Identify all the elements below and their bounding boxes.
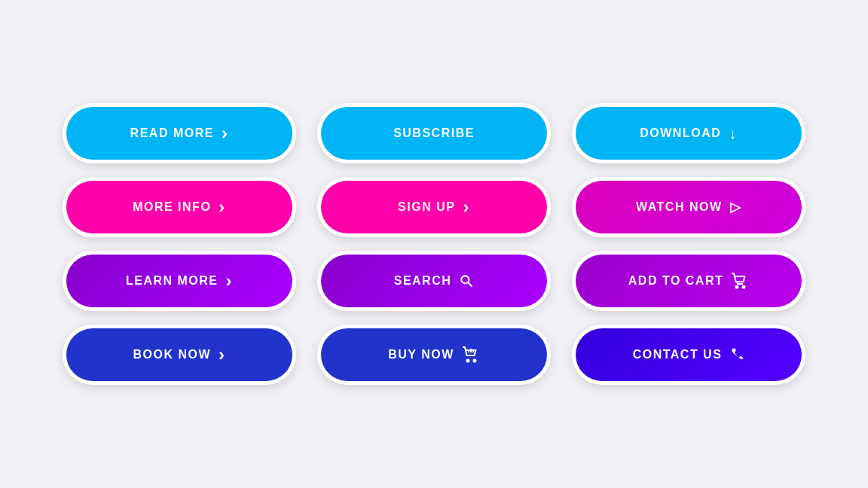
buy-now-button[interactable]: BUY NOW [321,328,547,381]
book-now-wrapper: BOOK NOW [63,325,296,385]
contact-us-wrapper: CONTACT US [572,325,805,385]
watch-now-wrapper: WATCH NOW [572,177,805,237]
search-icon [459,273,474,288]
buy-now-wrapper: BUY NOW [317,325,551,385]
arrow-right-icon-3 [463,197,470,218]
sign-up-button[interactable]: SIGN UP [321,181,547,233]
subscribe-wrapper: SUBSCRIBE [317,103,551,163]
add-to-cart-label: ADD TO CART [628,274,723,288]
search-button[interactable]: SEARCH [321,255,547,307]
watch-now-label: WATCH NOW [636,200,723,214]
read-more-button[interactable]: READ MORE [66,107,292,160]
more-info-label: MORE INFO [133,200,211,214]
download-wrapper: DOWNLOAD [572,103,805,163]
svg-point-4 [466,360,469,362]
svg-point-2 [736,286,738,288]
add-to-cart-button[interactable]: ADD TO CART [576,255,802,307]
buy-now-label: BUY NOW [388,348,454,361]
book-now-button[interactable]: BOOK NOW [66,328,292,381]
book-now-label: BOOK NOW [133,348,211,361]
read-more-wrapper: READ MORE [63,103,296,163]
sign-up-wrapper: SIGN UP [317,177,551,237]
arrow-right-icon [222,123,229,144]
svg-point-0 [462,276,469,283]
play-icon [730,199,742,215]
buy-cart-icon [462,346,480,364]
svg-point-5 [473,360,475,362]
more-info-button[interactable]: MORE INFO [66,181,292,233]
learn-more-wrapper: LEARN MORE [63,251,296,311]
svg-line-1 [468,282,472,286]
subscribe-label: SUBSCRIBE [393,127,475,140]
download-label: DOWNLOAD [640,127,721,140]
search-label: SEARCH [394,274,452,288]
sign-up-label: SIGN UP [398,200,455,214]
more-info-wrapper: MORE INFO [63,177,296,237]
arrow-right-icon-5 [219,344,226,365]
button-grid: READ MORE SUBSCRIBE DOWNLOAD MORE INFO S… [63,103,805,385]
download-button[interactable]: DOWNLOAD [576,107,802,160]
arrow-right-icon-2 [219,197,226,218]
search-wrapper: SEARCH [317,251,551,311]
arrow-down-icon [729,125,738,142]
cart-icon [731,272,749,290]
arrow-right-icon-4 [226,270,234,291]
contact-us-button[interactable]: CONTACT US [576,328,802,381]
subscribe-button[interactable]: SUBSCRIBE [321,107,547,160]
learn-more-button[interactable]: LEARN MORE [66,255,292,307]
contact-us-label: CONTACT US [633,348,723,361]
learn-more-label: LEARN MORE [126,274,219,288]
add-to-cart-wrapper: ADD TO CART [572,251,805,311]
watch-now-button[interactable]: WATCH NOW [576,181,802,233]
phone-icon [729,347,744,362]
svg-point-3 [743,286,745,288]
read-more-label: READ MORE [130,127,214,140]
